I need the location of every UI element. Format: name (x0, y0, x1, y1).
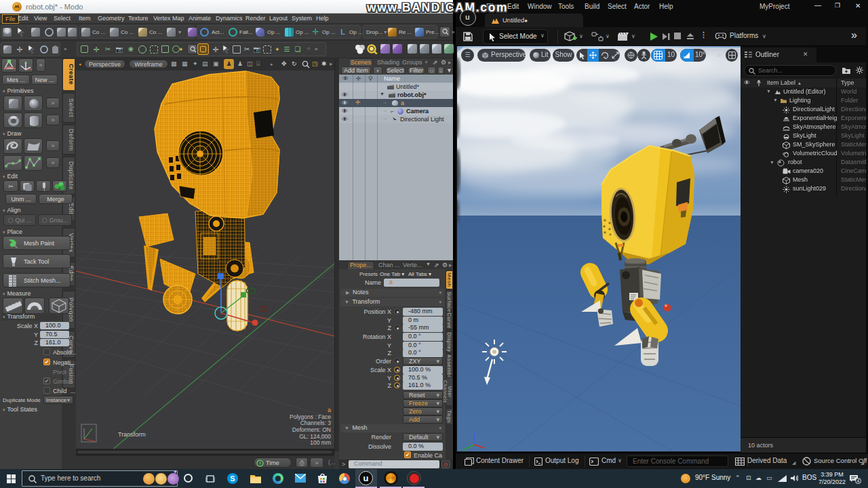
svg-text:Deformers: ON: Deformers: ON (292, 426, 331, 433)
svg-text:Channels: 3: Channels: 3 (300, 420, 332, 426)
svg-text:z: z (476, 430, 479, 434)
svg-text:Transform: Transform (118, 431, 146, 438)
svg-text:100 mm: 100 mm (310, 439, 331, 446)
svg-text:a: a (328, 407, 331, 413)
